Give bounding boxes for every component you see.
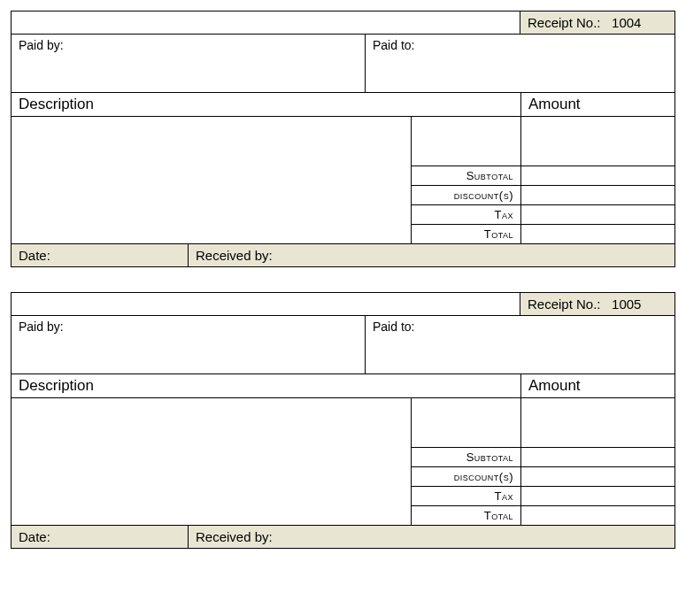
receipt-number-value: 1005: [612, 296, 641, 312]
discounts-value: [521, 186, 674, 205]
description-body: [12, 398, 412, 526]
paid-by-cell: Paid by:: [12, 316, 366, 374]
received-by-cell: Received by:: [189, 244, 674, 266]
receipt-number-label: Receipt No.:: [528, 15, 601, 30]
date-cell: Date:: [12, 526, 189, 548]
line-amount-label: [412, 398, 521, 448]
paid-by-cell: Paid by:: [12, 35, 366, 93]
line-amount-value: [521, 398, 674, 448]
total-value: [521, 506, 674, 525]
paid-by-label: Paid by:: [19, 320, 64, 334]
tax-value: [521, 205, 674, 225]
subtotal-label: Subtotal: [412, 166, 521, 186]
received-by-cell: Received by:: [189, 526, 674, 548]
paid-to-label: Paid to:: [373, 320, 414, 334]
paid-to-cell: Paid to:: [366, 316, 674, 374]
receipt-number-label: Receipt No.:: [528, 296, 601, 312]
received-by-label: Received by:: [196, 529, 273, 544]
description-header: Description: [12, 93, 521, 117]
amount-header: Amount: [521, 374, 674, 398]
subtotal-value: [521, 448, 674, 467]
line-amount-value: [521, 117, 674, 166]
amount-header: Amount: [521, 93, 674, 117]
subtotal-value: [521, 166, 674, 186]
tax-value: [521, 487, 674, 506]
total-label: Total: [412, 225, 521, 243]
paid-by-label: Paid by:: [19, 38, 64, 52]
receipt-header-spacer: [12, 293, 520, 316]
description-body: [12, 117, 412, 244]
date-label: Date:: [19, 529, 50, 544]
date-label: Date:: [19, 248, 50, 263]
discounts-value: [521, 467, 674, 487]
paid-to-cell: Paid to:: [366, 35, 674, 93]
amount-body: Subtotal discount(s) Tax Total: [412, 117, 674, 244]
paid-to-label: Paid to:: [373, 38, 414, 52]
amount-body: Subtotal discount(s) Tax Total: [412, 398, 674, 526]
received-by-label: Received by:: [196, 248, 273, 263]
tax-label: Tax: [412, 205, 521, 225]
receipt-number-cell: Receipt No.: 1005: [520, 293, 674, 316]
line-amount-label: [412, 117, 521, 166]
date-cell: Date:: [12, 244, 189, 266]
receipt-number-cell: Receipt No.: 1004: [520, 12, 674, 35]
description-header: Description: [12, 374, 521, 398]
receipt-header-spacer: [12, 12, 520, 35]
discounts-label: discount(s): [412, 186, 521, 205]
receipt-form: Receipt No.: 1004 Paid by: Paid to: Desc…: [11, 11, 675, 267]
total-label: Total: [412, 506, 521, 525]
total-value: [521, 225, 674, 243]
subtotal-label: Subtotal: [412, 448, 521, 467]
discounts-label: discount(s): [412, 467, 521, 487]
receipt-form: Receipt No.: 1005 Paid by: Paid to: Desc…: [11, 292, 675, 549]
receipt-number-value: 1004: [612, 15, 641, 30]
tax-label: Tax: [412, 487, 521, 506]
